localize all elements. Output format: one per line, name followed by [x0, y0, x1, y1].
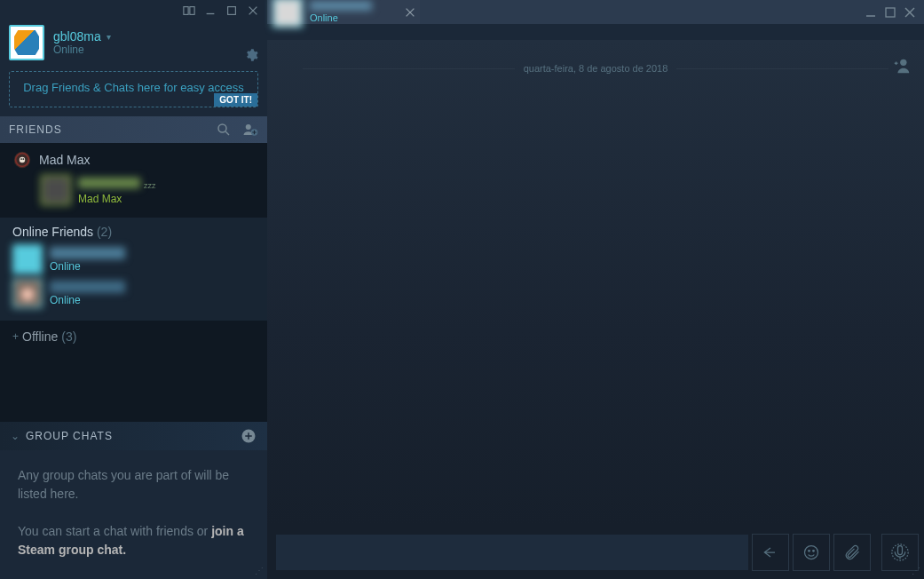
self-info: gbl08ma▾ Online	[53, 29, 111, 56]
svg-point-8	[246, 124, 251, 130]
game-header-row: Mad Max	[0, 150, 267, 170]
friend-avatar	[12, 244, 43, 274]
friend-avatar	[41, 175, 71, 205]
svg-rect-26	[898, 546, 903, 555]
groupchats-text1: Any group chats you are part of will be …	[18, 466, 249, 504]
friends-list: Mad Max zzz Mad Max Online Friends (2) O…	[0, 143, 267, 422]
svg-point-24	[809, 551, 810, 552]
svg-rect-1	[190, 7, 194, 15]
offline-friends-header[interactable]: + Offline (3)	[0, 321, 267, 353]
dualpane-icon[interactable]	[182, 4, 196, 18]
svg-point-22	[900, 59, 906, 66]
friend-entry[interactable]: Online	[12, 278, 255, 308]
drag-hint-box: Drag Friends & Chats here for easy acces…	[9, 71, 258, 107]
friend-entry[interactable]: zzz Mad Max	[0, 170, 267, 210]
svg-point-13	[20, 158, 22, 160]
self-username: gbl08ma	[53, 29, 101, 44]
offline-label: Offline	[22, 329, 58, 344]
emoji-icon[interactable]	[793, 534, 830, 571]
date-separator: quarta-feira, 8 de agosto de 2018	[303, 63, 888, 74]
friend-entry[interactable]: Online	[12, 244, 255, 274]
chat-tab-avatar	[272, 0, 303, 28]
svg-point-23	[805, 546, 818, 559]
friends-section-header: FRIENDS	[0, 116, 267, 143]
self-avatar	[9, 25, 44, 60]
chat-window: Online quarta-feira, 8 de agosto de 2018…	[267, 0, 924, 579]
attachment-icon[interactable]	[833, 534, 871, 571]
svg-rect-3	[228, 7, 236, 15]
svg-rect-19	[886, 8, 895, 17]
friends-label: FRIENDS	[9, 123, 62, 136]
maximize-button[interactable]	[225, 4, 239, 18]
friend-status: Online	[50, 294, 125, 306]
friend-status: Online	[50, 260, 125, 273]
chat-tab-status: Online	[310, 12, 372, 23]
self-status: Online	[53, 44, 111, 56]
online-friends-title: Online Friends (2)	[12, 225, 255, 239]
game-icon	[12, 150, 32, 170]
tab-close-icon[interactable]	[404, 6, 416, 19]
chevron-down-icon[interactable]: ▾	[107, 32, 111, 42]
add-groupchat-icon[interactable]	[241, 428, 257, 444]
search-icon[interactable]	[216, 122, 232, 138]
online-count: (2)	[97, 225, 112, 239]
close-button[interactable]	[903, 5, 917, 20]
add-friend-icon[interactable]	[242, 122, 258, 138]
svg-line-7	[225, 131, 229, 135]
chat-message-area: quarta-feira, 8 de agosto de 2018	[267, 40, 924, 526]
resize-grip[interactable]: ⋰	[912, 566, 920, 575]
message-input[interactable]	[276, 535, 748, 570]
chat-tab[interactable]: Online	[267, 0, 420, 24]
game-name: Mad Max	[39, 153, 91, 167]
expand-icon: +	[12, 330, 19, 343]
self-profile-row[interactable]: gbl08ma▾ Online	[0, 21, 267, 67]
groupchats-body: Any group chats you are part of will be …	[0, 450, 267, 579]
maximize-button[interactable]	[883, 5, 897, 20]
add-user-to-chat-icon[interactable]	[892, 56, 912, 79]
minimize-button[interactable]	[203, 4, 217, 18]
friend-avatar	[12, 278, 43, 308]
online-friends-block: Online Friends (2) Online Online	[0, 218, 267, 321]
svg-point-25	[813, 551, 815, 552]
now-playing-block: Mad Max zzz Mad Max	[0, 143, 267, 218]
snooze-icon: zzz	[144, 181, 156, 190]
chat-titlebar: Online	[267, 0, 924, 24]
svg-rect-0	[184, 7, 188, 15]
minimize-button[interactable]	[864, 5, 878, 20]
chevron-down-icon: ⌄	[11, 430, 20, 442]
svg-point-12	[20, 157, 25, 163]
svg-point-14	[22, 158, 24, 160]
send-button[interactable]	[752, 534, 789, 571]
friends-window: gbl08ma▾ Online Drag Friends & Chats her…	[0, 0, 267, 579]
chat-tab-name-blurred	[310, 1, 372, 11]
friend-name-blurred	[50, 247, 125, 259]
groupchats-header[interactable]: ⌄GROUP CHATS	[0, 422, 267, 450]
drag-hint-text: Drag Friends & Chats here for easy acces…	[23, 81, 244, 94]
date-text: quarta-feira, 8 de agosto de 2018	[524, 63, 668, 74]
gear-icon[interactable]	[244, 48, 258, 62]
chat-input-row	[267, 526, 924, 579]
svg-point-6	[218, 124, 226, 132]
groupchats-label: GROUP CHATS	[26, 430, 113, 442]
gotit-button[interactable]: GOT IT!	[214, 93, 257, 107]
close-button[interactable]	[246, 4, 260, 18]
friend-playing-label: Mad Max	[78, 193, 156, 205]
groupchats-text2: You can start a chat with friends or joi…	[18, 522, 249, 559]
friends-titlebar	[0, 0, 267, 21]
friend-name-blurred	[78, 178, 140, 188]
friend-name-blurred	[50, 281, 125, 293]
offline-count: (3)	[61, 329, 76, 344]
resize-grip[interactable]: ⋰	[255, 566, 264, 575]
